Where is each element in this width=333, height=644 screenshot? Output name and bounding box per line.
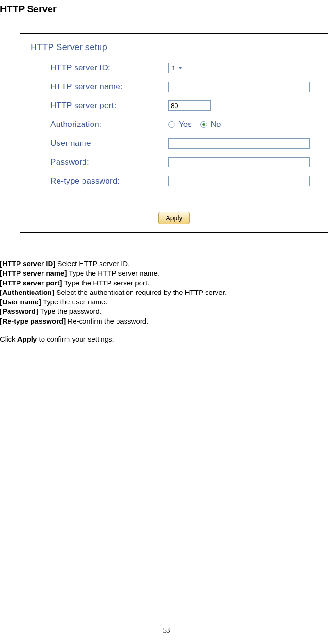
desc-password: [Password] Type the password. <box>0 307 333 316</box>
row-password: Password: <box>50 155 321 169</box>
row-server-port: HTTP server port: <box>50 99 321 113</box>
label-user-name: User name: <box>50 139 168 148</box>
apply-row: Apply <box>27 212 321 224</box>
password-input[interactable] <box>168 157 310 167</box>
label-authorization: Authorization: <box>50 120 168 129</box>
row-server-name: HTTP server name: <box>50 80 321 94</box>
chevron-down-icon <box>178 67 182 69</box>
auth-no-radio[interactable] <box>200 121 207 128</box>
row-authorization: Authorization: Yes No <box>50 117 321 132</box>
desc-server-port: [HTTP server port] Type the HTTP server … <box>0 278 333 288</box>
desc-server-id: [HTTP server ID] Select HTTP server ID. <box>0 259 333 268</box>
label-server-name: HTTP server name: <box>50 82 168 92</box>
desc-authentication: [Authentication] Select the authenticati… <box>0 288 333 297</box>
desc-apply: Click Apply to confirm your settings. <box>0 335 333 344</box>
label-server-port: HTTP server port: <box>50 101 168 110</box>
row-user-name: User name: <box>50 136 321 151</box>
form-heading: HTTP Server setup <box>31 42 321 52</box>
descriptions-block: [HTTP server ID] Select HTTP server ID. … <box>0 259 333 344</box>
label-password: Password: <box>50 158 168 167</box>
page-title: HTTP Server <box>0 0 333 15</box>
label-retype-password: Re-type password: <box>50 176 168 186</box>
server-name-input[interactable] <box>168 82 310 92</box>
form-screenshot-box: HTTP Server setup HTTP server ID: 1 HTTP… <box>20 33 328 233</box>
server-id-value: 1 <box>172 64 175 72</box>
server-port-input[interactable] <box>168 100 211 111</box>
label-server-id: HTTP server ID: <box>50 63 168 73</box>
row-retype-password: Re-type password: <box>50 174 321 188</box>
auth-no-label: No <box>211 120 221 129</box>
server-id-select[interactable]: 1 <box>168 63 184 73</box>
retype-password-input[interactable] <box>168 176 310 186</box>
desc-retype-password: [Re-type password] Re-confirm the passwo… <box>0 317 333 326</box>
auth-yes-radio[interactable] <box>168 121 175 128</box>
desc-user-name: [User name] Type the user name. <box>0 297 333 307</box>
page-number: 53 <box>0 627 333 635</box>
authorization-radio-group: Yes No <box>168 120 225 129</box>
row-server-id: HTTP server ID: 1 <box>50 61 321 75</box>
desc-server-name: [HTTP server name] Type the HTTP server … <box>0 268 333 278</box>
user-name-input[interactable] <box>168 138 310 149</box>
apply-button[interactable]: Apply <box>158 212 189 224</box>
auth-yes-label: Yes <box>179 120 192 129</box>
